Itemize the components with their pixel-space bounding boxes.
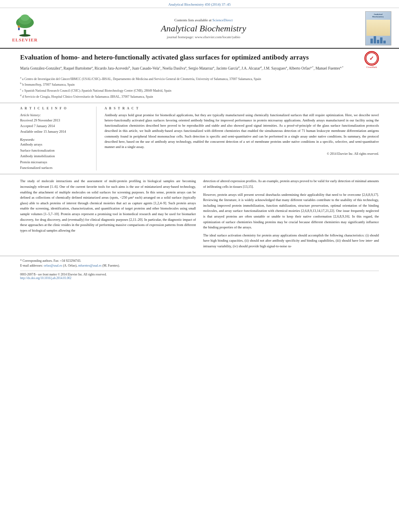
article-title: Evaluation of homo- and hetero-functiona… — [20, 53, 360, 62]
doi-link[interactable]: http://dx.doi.org/10.1016/j.ab.2014.01.0… — [20, 276, 72, 280]
cover-bar-4 — [380, 37, 383, 43]
svg-rect-6 — [18, 28, 20, 30]
email2-link[interactable]: mfuentes@usal.es — [78, 264, 101, 267]
affil-1: a a Centro de Investigación del Cáncer/I… — [20, 76, 379, 81]
contents-line: Contents lists available at ScienceDirec… — [49, 18, 358, 22]
article-info-abstract-section: A R T I C L E I N F O Article history: R… — [0, 103, 399, 175]
body-section: The study of molecule interactions and t… — [0, 175, 399, 255]
body-right-text: detection of altered expression profiles… — [203, 179, 379, 249]
journal-cover-title: AnalyticalBiochemistry — [372, 13, 384, 18]
footer-bottom: 0003-2697/$ - see front matter © 2014 El… — [20, 271, 379, 280]
abstract-label: A B S T R A C T — [105, 107, 379, 110]
cover-bar-5 — [383, 41, 386, 43]
cover-bar-2 — [374, 36, 376, 43]
journal-title: Analytical Biochemistry — [49, 23, 358, 34]
abstract-column: A B S T R A C T Antibody arrays hold gre… — [105, 107, 379, 171]
affil-4: d d Servicio de Cirugía, Hospital Clínic… — [20, 93, 379, 99]
svg-point-1 — [19, 34, 31, 37]
body-left-column: The study of molecule interactions and t… — [20, 179, 196, 251]
copyright-line: © 2014 Elsevier Inc. All rights reserved… — [105, 152, 379, 156]
svg-point-4 — [21, 14, 29, 21]
cover-bar-1 — [370, 39, 373, 43]
body-right-column: detection of altered expression profiles… — [203, 179, 379, 251]
journal-cover-bars — [370, 36, 386, 43]
cover-bar-3 — [377, 40, 379, 43]
elsevier-text: ELSEVIER — [12, 37, 38, 42]
top-bar: Analytical Biochemistry 450 (2014) 37–45 — [0, 0, 399, 8]
footnote-corresponding: * Corresponding authors. Fax: +34 923294… — [20, 259, 379, 263]
crossmark-icon: ✓ — [364, 51, 379, 66]
article-history: Article history: Received 29 November 20… — [20, 113, 91, 134]
journal-homepage: journal homepage: www.elsevier.com/locat… — [49, 35, 358, 39]
journal-cover-container: AnalyticalBiochemistry — [362, 11, 394, 45]
journal-cover: AnalyticalBiochemistry — [365, 11, 391, 45]
crossmark-badge[interactable]: ✓ CrossMark — [364, 51, 379, 68]
footnote-emails: E-mail addresses: orfao@usal.es (A. Orfa… — [20, 263, 379, 268]
affil-3: c c Spanish National Research Council (C… — [20, 87, 379, 93]
elsevier-logo: ELSEVIER — [5, 14, 45, 42]
header-section: ELSEVIER Contents lists available at Sci… — [0, 8, 399, 49]
affil-2: b b ImmunoStep, 37007 Salamanca, Spain — [20, 81, 379, 87]
elsevier-logo-container: ELSEVIER — [5, 14, 45, 42]
sciencedirect-link[interactable]: ScienceDirect — [212, 18, 232, 22]
body-left-text: The study of molecule interactions and t… — [20, 179, 196, 233]
copyright-bottom: 0003-2697/$ - see front matter © 2014 El… — [20, 273, 379, 276]
keywords-list: Antibody arrays Surface functionalizatio… — [20, 142, 91, 170]
svg-text:✓: ✓ — [369, 55, 374, 62]
svg-point-5 — [18, 25, 20, 28]
email1-link[interactable]: orfao@usal.es — [44, 264, 62, 267]
header-center: Contents lists available at ScienceDirec… — [49, 18, 358, 39]
abstract-text: Antibody arrays hold great promise for b… — [105, 113, 379, 150]
journal-citation: Analytical Biochemistry 450 (2014) 37–45 — [169, 2, 231, 6]
article-info-label: A R T I C L E I N F O — [20, 107, 91, 110]
footer-section: * Corresponding authors. Fax: +34 923294… — [0, 256, 399, 281]
affiliations: a a Centro de Investigación del Cáncer/I… — [20, 76, 379, 99]
article-info-column: A R T I C L E I N F O Article history: R… — [20, 107, 97, 171]
authors: María González-Gonzáleza, Raquel Bartolo… — [20, 65, 360, 71]
crossmark-label: CrossMark — [364, 66, 379, 68]
keywords-section: Keywords: Antibody arrays Surface functi… — [20, 138, 91, 170]
doi-line: http://dx.doi.org/10.1016/j.ab.2014.01.0… — [20, 276, 379, 280]
elsevier-tree-icon — [11, 14, 39, 37]
article-title-section: Evaluation of homo- and hetero-functiona… — [0, 49, 399, 103]
page: Analytical Biochemistry 450 (2014) 37–45 — [0, 0, 399, 532]
